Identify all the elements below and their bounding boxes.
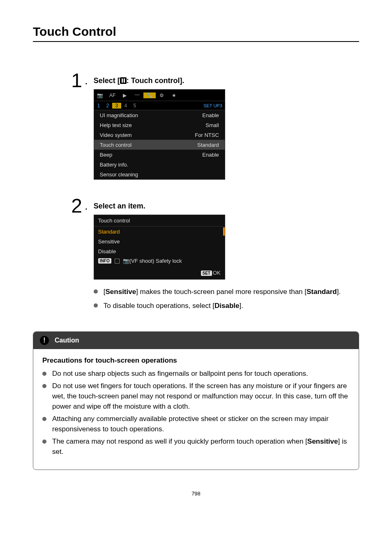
info-text: 📷(VF shoot) Safety lock [123,258,182,264]
subtab-5: 5 [130,103,139,109]
step-2-number: 2 [66,196,82,216]
row-sensor-label: Sensor cleaning [100,171,138,178]
step-1-number: 1 [66,71,82,90]
caution-item-4-bold: Sensitive [307,437,338,445]
subtab-1: 1 [94,103,103,109]
step-1: 1 . Select [: Touch control]. 📷 AF ▶ 〰 🔧… [66,71,359,180]
tab-custom-icon: ⚙ [156,93,168,98]
bullet-sensitive: [Sensitive] makes the touch-screen panel… [94,287,359,297]
tab-setup-icon: 🔧 [143,93,156,98]
caution-heading-text: Caution [55,337,79,344]
step-1-heading: Select [: Touch control]. [94,76,359,85]
row-beep-label: Beep [100,152,112,158]
row-video-label: Video system [100,132,132,138]
step-1-dot: . [85,71,88,90]
set-badge: SET [201,271,212,276]
step-1-heading-suffix: : Touch control]. [127,76,184,85]
tab-mymenu-icon: ★ [168,93,180,98]
row-video-value: For NTSC [195,132,219,138]
tab-network-icon: 〰 [131,93,143,98]
bullet1-mid: ] makes the touch-screen panel more resp… [136,288,307,296]
row-ui-mag-value: Enable [202,112,219,118]
ok-row: SETOK [94,266,225,279]
tab-af: AF [106,93,119,98]
subtab-3: 3 [112,103,121,109]
caution-item-3: Attaching any commercially available pro… [42,414,350,434]
subtab-right-label: SET UP3 [203,103,222,108]
caution-list: Do not use sharp objects such as fingern… [42,369,350,457]
caution-item-1: Do not use sharp objects such as fingern… [42,369,350,379]
option-sensitive: Sensitive [94,236,225,246]
row-battery-label: Battery info. [100,162,128,168]
option-standard: Standard [94,227,225,236]
bullet-dot-icon [42,417,46,421]
subtab-2: 2 [103,103,112,109]
bullet1-bold2: Standard [307,288,337,296]
menu-sub-tabs: 1 2 3 4 5 SET UP3 [94,101,225,110]
bullet-disable: To disable touch operations, select [Dis… [94,301,359,311]
bullet1-bold1: Sensitive [106,288,136,296]
caution-item-3-text: Attaching any commercially available pro… [52,414,350,434]
panel-title: Touch control [94,215,225,227]
ok-label: OK [213,270,221,276]
row-ui-mag-label: UI magnification [100,112,138,118]
bullet-dot-icon [42,440,46,444]
row-help-value: Small [205,122,219,128]
caution-item-1-text: Do not use sharp objects such as fingern… [52,369,308,379]
tab-playback-icon: ▶ [119,93,131,98]
bullet-dot-icon [94,303,98,308]
subtab-4: 4 [121,103,130,109]
wrench-icon [120,77,127,84]
page-number: 798 [33,491,359,497]
info-badge: INFO [98,258,111,264]
row-touch-value: Standard [197,142,219,148]
option-disable: Disable [94,246,225,256]
row-beep-value: Enable [202,152,219,158]
row-help-label: Help text size [100,122,132,128]
caution-item-2-text: Do not use wet fingers for touch operati… [52,381,350,412]
step-2-bullets: [Sensitive] makes the touch-screen panel… [94,287,359,311]
step-1-heading-prefix: Select [ [94,76,120,85]
bullet-dot-icon [42,372,46,376]
caution-item-4-pre: The camera may not respond as well if yo… [52,437,307,445]
caution-header: ! Caution [33,332,359,349]
caution-box: ! Caution Precautions for touch-screen o… [33,331,359,470]
caution-item-4: The camera may not respond as well if yo… [42,437,350,457]
step-2: 2 . Select an item. Touch control Standa… [66,196,359,315]
bullet1-post: ]. [337,288,341,296]
row-touch-label: Touch control [100,142,131,148]
step-2-dot: . [85,196,88,216]
bullet-dot-icon [94,289,98,294]
caution-subheading: Precautions for touch-screen operations [42,356,350,365]
info-row: INFO 📷(VF shoot) Safety lock [94,256,225,266]
menu-screenshot-2: Touch control Standard Sensitive Disable… [94,215,225,280]
bullet-dot-icon [42,384,46,388]
page-title: Touch Control [33,25,359,42]
caution-item-2: Do not use wet fingers for touch operati… [42,381,350,412]
checkbox-icon [115,259,120,264]
menu-screenshot-1: 📷 AF ▶ 〰 🔧 ⚙ ★ 1 2 3 4 5 SET UP3 UI magn… [94,89,225,180]
caution-icon: ! [40,336,49,345]
bullet2-post: ]. [240,302,243,310]
bullet2-bold: Disable [214,302,239,310]
menu-top-tabs: 📷 AF ▶ 〰 🔧 ⚙ ★ [94,90,225,101]
bullet2-pre: To disable touch operations, select [ [104,302,214,310]
step-2-heading: Select an item. [94,202,359,211]
tab-camera-icon: 📷 [94,93,106,98]
